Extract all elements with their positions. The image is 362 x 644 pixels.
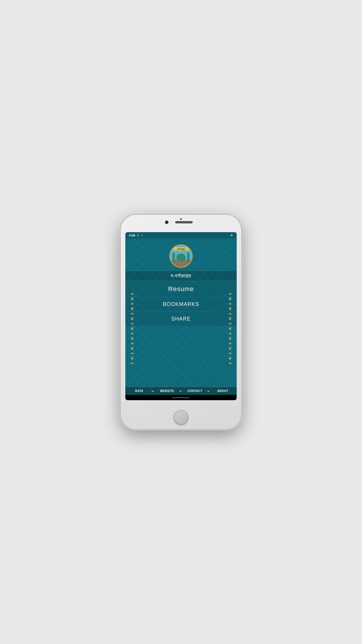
svg-point-7	[176, 253, 186, 262]
front-camera	[165, 220, 168, 224]
status-left: 3:56 ⚲ ☺	[129, 234, 143, 237]
wifi-icon: ☺	[141, 234, 143, 237]
svg-text:दनी क़ाइदा: दनी क़ाइदा	[177, 248, 185, 251]
screen: 3:56 ⚲ ☺ ✈	[125, 232, 237, 400]
resume-label: Resume	[168, 285, 194, 293]
svg-point-9	[173, 252, 175, 256]
share-menu-item[interactable]: SHARE	[125, 312, 237, 326]
status-time: 3:56	[129, 234, 135, 237]
home-indicator-bar	[172, 397, 190, 398]
svg-point-11	[187, 252, 189, 256]
about-tab-label: ABOUT	[217, 389, 228, 393]
airplane-mode-icon: ✈	[230, 233, 233, 237]
share-label: SHARE	[171, 316, 191, 322]
bottom-tab-bar: RATE WEBSITE CONTACT ABOUT	[125, 387, 237, 395]
screen-bottom-bar	[125, 395, 237, 400]
home-button[interactable]	[174, 410, 188, 425]
menu-section: ❧❦❧❦ ❧❦❧❦ ❧❦❧❦ ❧❦❧ ❧❦❧❦ ❧❦❧❦ ❧❦❧❦ ❧❦❧	[125, 271, 237, 387]
website-tab-label: WEBSITE	[160, 389, 174, 393]
app-title-row: म-दनीक़ाइदा	[125, 271, 237, 281]
resume-menu-item[interactable]: Resume	[125, 281, 237, 297]
rate-tab-label: RATE	[135, 389, 143, 393]
app-content: दनी क़ाइदा ❧❦❧❦ ❧❦❧❦ ❧❦❧❦ ❧❦❧	[125, 239, 237, 395]
logo-svg: दनी क़ाइदा	[170, 245, 192, 267]
left-ornament: ❧❦❧❦ ❧❦❧❦ ❧❦❧❦ ❧❦❧	[125, 271, 139, 387]
status-bar: 3:56 ⚲ ☺ ✈	[125, 232, 237, 239]
app-logo: दनी क़ाइदा	[169, 244, 193, 268]
signal-icon: ⚲	[137, 234, 139, 237]
tab-about[interactable]: ABOUT	[209, 389, 237, 393]
bookmarks-menu-item[interactable]: BOOKMARKS	[125, 297, 237, 312]
left-arabesque: ❧❦❧❦ ❧❦❧❦ ❧❦❧❦ ❧❦❧	[130, 292, 134, 366]
bookmarks-label: BOOKMARKS	[163, 301, 199, 307]
contact-tab-label: CONTACT	[187, 389, 203, 393]
tab-website[interactable]: WEBSITE	[153, 389, 181, 393]
right-ornament: ❧❦❧❦ ❧❦❧❦ ❧❦❧❦ ❧❦❧	[223, 271, 237, 387]
tab-rate[interactable]: RATE	[125, 389, 153, 393]
phone-frame: 3:56 ⚲ ☺ ✈	[121, 215, 241, 429]
right-arabesque: ❧❦❧❦ ❧❦❧❦ ❧❦❧❦ ❧❦❧	[228, 292, 232, 366]
tab-contact[interactable]: CONTACT	[181, 389, 209, 393]
speaker	[175, 221, 193, 223]
app-title: म-दनीक़ाइदा	[171, 273, 191, 278]
logo-inner: दनी क़ाइदा	[170, 245, 192, 267]
